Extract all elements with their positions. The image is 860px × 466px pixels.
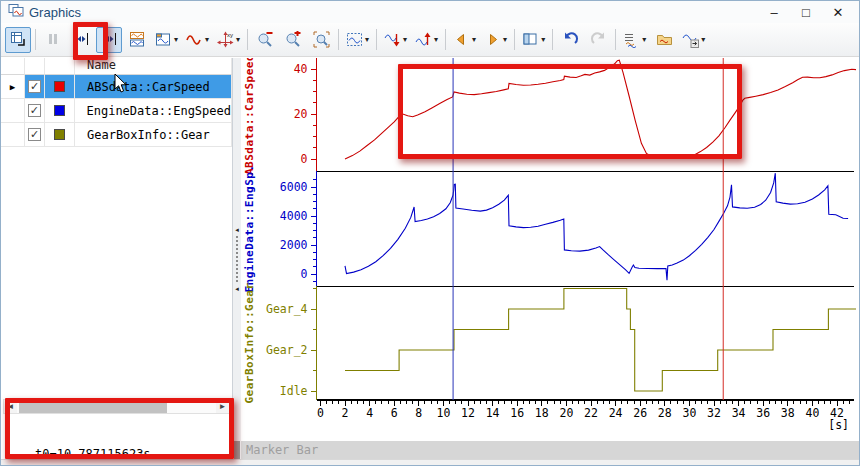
marker-bar[interactable]: Marker Bar bbox=[241, 441, 860, 459]
export-icon bbox=[656, 31, 673, 48]
toolbar-separator bbox=[615, 29, 616, 50]
signal-style-button[interactable]: ▾ bbox=[183, 27, 212, 53]
toolbar-separator bbox=[247, 29, 248, 50]
visibility-checkbox[interactable]: ✓ bbox=[28, 128, 41, 141]
zoomout-icon bbox=[257, 31, 274, 48]
markers2-icon bbox=[101, 31, 118, 48]
svg-text:28: 28 bbox=[658, 406, 672, 420]
chevron-down-icon[interactable]: ▾ bbox=[174, 35, 178, 44]
svg-text:26: 26 bbox=[633, 406, 647, 420]
horizontal-scrollbar[interactable]: ◄ ► bbox=[3, 399, 230, 414]
redo-button[interactable] bbox=[585, 27, 611, 53]
toolbar-separator bbox=[35, 29, 36, 50]
signal-color-swatch bbox=[54, 105, 65, 116]
display-stacked-button[interactable] bbox=[124, 27, 150, 53]
panel-layout-button[interactable]: ▾ bbox=[519, 27, 548, 53]
svg-text:4: 4 bbox=[366, 406, 373, 420]
svg-text:Idle: Idle bbox=[280, 384, 308, 398]
chevron-down-icon[interactable]: ▾ bbox=[205, 35, 209, 44]
chevron-down-icon[interactable]: ▾ bbox=[236, 35, 240, 44]
scrollbar-track[interactable] bbox=[17, 400, 216, 413]
zoom-window-button[interactable] bbox=[308, 27, 334, 53]
zoomin-icon bbox=[285, 31, 302, 48]
toolbar-separator bbox=[552, 29, 553, 50]
disp1-icon bbox=[129, 31, 146, 48]
chevron-down-icon[interactable]: ▾ bbox=[434, 35, 438, 44]
svg-text:18: 18 bbox=[535, 406, 549, 420]
pause-button[interactable] bbox=[40, 27, 66, 53]
mouse-cursor bbox=[114, 74, 128, 98]
gearboxinfo-gear-curve bbox=[345, 289, 858, 392]
fit-between-markers-button[interactable] bbox=[96, 27, 122, 53]
chevron-down-icon[interactable]: ▾ bbox=[642, 35, 646, 44]
window-bottom-strip bbox=[1, 459, 859, 466]
redo-icon bbox=[590, 31, 607, 48]
undo-button[interactable] bbox=[557, 27, 583, 53]
export-signals-button[interactable] bbox=[651, 27, 677, 53]
x-axis-unit: [s] bbox=[828, 418, 849, 432]
disp2-icon bbox=[155, 31, 172, 48]
goto-maximum-button[interactable]: ▾ bbox=[412, 27, 441, 53]
svg-text:0: 0 bbox=[301, 267, 308, 281]
visibility-checkbox[interactable]: ✓ bbox=[28, 104, 41, 117]
chevron-down-icon[interactable]: ▾ bbox=[503, 35, 507, 44]
scrollbar-thumb[interactable] bbox=[19, 400, 167, 413]
collapse-arrow-icon[interactable]: ◂ bbox=[235, 226, 239, 233]
minimize-button[interactable]: – bbox=[767, 5, 781, 20]
svg-text:30: 30 bbox=[682, 406, 696, 420]
goto-minimum-button[interactable]: ▾ bbox=[381, 27, 410, 53]
svg-text:xy: xy bbox=[227, 32, 233, 38]
signal-color-swatch bbox=[54, 129, 65, 140]
chevron-down-icon[interactable]: ▾ bbox=[403, 35, 407, 44]
curvemax-icon bbox=[415, 31, 432, 48]
close-button[interactable]: ✕ bbox=[831, 5, 845, 20]
collapse-arrow-icon[interactable]: ◂ bbox=[235, 285, 239, 292]
panel-splitter[interactable]: ◂ ◂ bbox=[233, 58, 241, 459]
svg-text:EngineData::EngSp.: EngineData::EngSp. bbox=[243, 164, 256, 292]
signal-plots: 02040ABSdata::CarSpeed0200040006000Engin… bbox=[241, 58, 860, 441]
options-icon bbox=[682, 31, 699, 48]
axes-icon: xy bbox=[217, 31, 234, 48]
signal-legend-panel: Name ▶✓ABSdata::CarSpeed✓EngineData::Eng… bbox=[1, 58, 233, 459]
legend-toggle-button[interactable] bbox=[5, 27, 31, 53]
svg-text:24: 24 bbox=[609, 406, 623, 420]
svg-text:6000: 6000 bbox=[280, 180, 308, 194]
svg-text:38: 38 bbox=[781, 406, 795, 420]
toolbar-separator bbox=[338, 29, 339, 50]
axis-config-button[interactable]: xy▾ bbox=[214, 27, 243, 53]
signal-options-button[interactable]: ▾ bbox=[679, 27, 708, 53]
legend-row-2[interactable]: ✓GearBoxInfo::Gear bbox=[1, 123, 232, 147]
splitter-grip[interactable] bbox=[236, 236, 238, 282]
svg-text:2: 2 bbox=[342, 406, 349, 420]
svg-text:Gear_2: Gear_2 bbox=[266, 343, 308, 357]
set-measurement-markers-button[interactable] bbox=[68, 27, 94, 53]
maximize-button[interactable]: □ bbox=[799, 5, 813, 20]
previous-marker-button[interactable]: ▾ bbox=[450, 27, 479, 53]
chevron-down-icon[interactable]: ▾ bbox=[701, 35, 705, 44]
legend-header-row: Name bbox=[1, 58, 232, 75]
legend-row-1[interactable]: ✓EngineData::EngSpeed bbox=[1, 99, 232, 123]
chevron-down-icon[interactable]: ▾ bbox=[365, 35, 369, 44]
scroll-right-arrow-icon[interactable]: ► bbox=[216, 402, 229, 411]
next-marker-button[interactable]: ▾ bbox=[481, 27, 510, 53]
display-mode-button[interactable]: ▾ bbox=[152, 27, 181, 53]
curvemin-icon bbox=[384, 31, 401, 48]
chevron-down-icon[interactable]: ▾ bbox=[541, 35, 545, 44]
svg-text:8: 8 bbox=[415, 406, 422, 420]
svg-text:36: 36 bbox=[756, 406, 770, 420]
visibility-checkbox[interactable]: ✓ bbox=[28, 80, 41, 93]
splitter-footer bbox=[234, 441, 240, 459]
chevron-down-icon[interactable]: ▾ bbox=[472, 35, 476, 44]
signal-list-button[interactable]: ▾ bbox=[620, 27, 649, 53]
zoom-fit-button[interactable]: ▾ bbox=[343, 27, 372, 53]
wave-icon bbox=[186, 31, 203, 48]
zoom-in-button[interactable] bbox=[280, 27, 306, 53]
zoom-out-button[interactable] bbox=[252, 27, 278, 53]
marker-bar-label: Marker Bar bbox=[246, 443, 318, 457]
current-row-arrow bbox=[1, 123, 25, 147]
signal-name: EngineData::EngSpeed bbox=[75, 99, 233, 123]
next-icon bbox=[484, 31, 501, 48]
svg-text:ABSdata::CarSpeed: ABSdata::CarSpeed bbox=[243, 58, 256, 175]
scroll-left-arrow-icon[interactable]: ◄ bbox=[4, 402, 17, 411]
window-title: Graphics bbox=[29, 5, 81, 20]
